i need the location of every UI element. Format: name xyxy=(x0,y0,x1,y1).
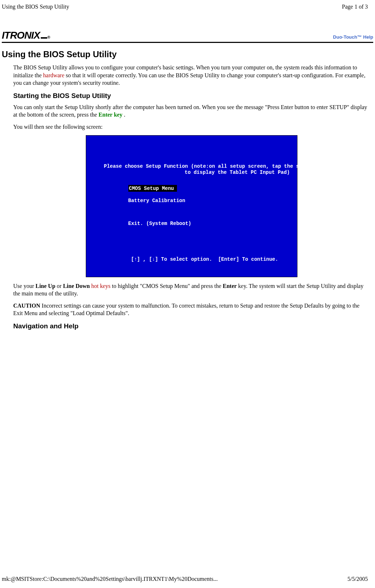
after-bios-1b: or xyxy=(55,283,63,289)
caution-paragraph: CAUTION Incorrect settings can cause you… xyxy=(13,302,370,317)
bios-screenshot-wrap: Please choose Setup Function (note:on al… xyxy=(13,135,370,277)
help-label[interactable]: Duo-Touch™ Help xyxy=(333,34,373,41)
section1-paragraph2: You will then see the following screen: xyxy=(13,123,370,131)
brand-registered-icon: ® xyxy=(48,35,50,39)
page-header: Using the BIOS Setup Utility Page 1 of 3 xyxy=(0,0,375,12)
main-title: Using the BIOS Setup Utility xyxy=(2,49,373,59)
body-indent: The BIOS Setup Utility allows you to con… xyxy=(13,64,370,330)
section1-paragraph1: You can only start the Setup Utility sho… xyxy=(13,103,370,119)
bios-screenshot: Please choose Setup Function (note:on al… xyxy=(86,135,297,277)
line-down-bold: Line Down xyxy=(63,283,90,289)
line-up-bold: Line Up xyxy=(35,283,55,289)
bios-option-cmos: CMOS Setup Menu xyxy=(128,185,177,192)
content-area: ITRONIX® Duo-Touch™ Help Using the BIOS … xyxy=(0,30,375,330)
section2-title: Navigation and Help xyxy=(13,322,370,330)
after-bios-1d: to highlight "CMOS Setup Menu" and press… xyxy=(110,283,223,289)
bios-prompt-line1: Please choose Setup Function (note:on al… xyxy=(104,163,314,169)
section1-text-1b: . xyxy=(122,112,125,118)
section1-title: Starting the BIOS Setup Utility xyxy=(13,92,370,100)
enter-bold: Enter xyxy=(223,283,237,289)
bios-option-battery: Battery Calibration xyxy=(128,198,186,204)
hardware-link[interactable]: hardware xyxy=(43,72,65,78)
brand-name: ITRONIX xyxy=(2,30,40,41)
after-bios-1a: Use your xyxy=(13,283,35,289)
bios-option-exit: Exit. (System Reboot) xyxy=(128,221,191,226)
bios-footer-hint: [↑] , [↓] To select option. [Enter] To c… xyxy=(131,256,278,262)
brand-logo: ITRONIX® xyxy=(2,30,50,41)
bios-prompt-line2: to display the Tablet PC Input Pad) xyxy=(185,170,290,175)
intro-paragraph: The BIOS Setup Utility allows you to con… xyxy=(13,64,370,87)
page-indicator: Page 1 of 3 xyxy=(342,4,368,10)
header-title: Using the BIOS Setup Utility xyxy=(2,4,69,10)
intro-text-1b: so that it will operate correctly. You c… xyxy=(13,72,365,86)
enter-key-link[interactable]: Enter key xyxy=(99,112,123,118)
hot-keys-link[interactable]: hot keys xyxy=(91,283,110,289)
brand-dash-icon xyxy=(41,37,47,39)
caution-text: Incorrect settings can cause your system… xyxy=(13,303,360,317)
after-bios-paragraph: Use your Line Up or Line Down hot keys t… xyxy=(13,282,370,298)
section1-text-1a: You can only start the Setup Utility sho… xyxy=(13,104,367,118)
caution-label: CAUTION xyxy=(13,303,40,309)
brand-row: ITRONIX® Duo-Touch™ Help xyxy=(2,30,373,43)
